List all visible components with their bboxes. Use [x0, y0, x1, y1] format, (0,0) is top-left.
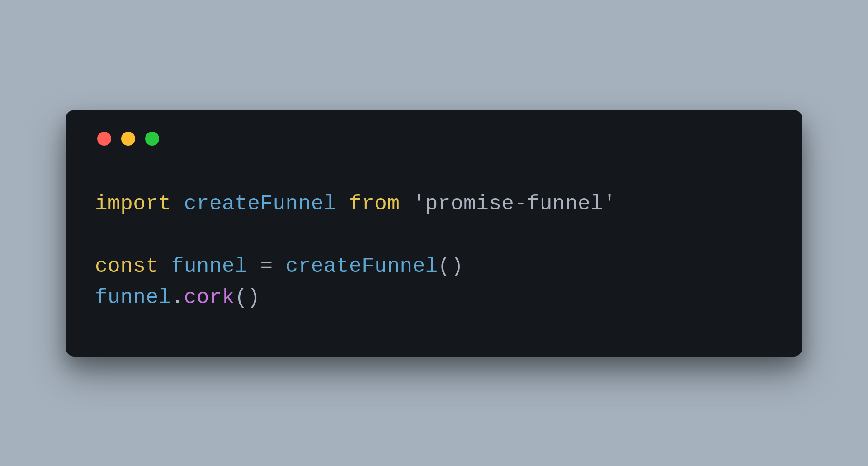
parens: (): [438, 255, 463, 278]
code-line-1: import createFunnel from 'promise-funnel…: [95, 192, 616, 216]
code-window: import createFunnel from 'promise-funnel…: [66, 110, 802, 357]
traffic-lights: [97, 132, 773, 146]
close-icon[interactable]: [97, 132, 111, 146]
parens: (): [235, 286, 260, 309]
maximize-icon[interactable]: [145, 132, 159, 146]
keyword-from: from: [349, 192, 400, 216]
string-module: 'promise-funnel': [400, 192, 616, 216]
identifier-createFunnel-call: createFunnel: [273, 255, 438, 278]
identifier-funnel: funnel: [159, 255, 260, 278]
identifier-funnel-ref: funnel: [95, 286, 171, 309]
identifier-createFunnel: createFunnel: [171, 192, 349, 216]
minimize-icon[interactable]: [121, 132, 135, 146]
operator-equals: =: [260, 255, 273, 278]
code-line-4: funnel.cork(): [95, 286, 260, 309]
dot-operator: .: [171, 286, 184, 309]
keyword-const: const: [95, 255, 159, 278]
method-cork: cork: [184, 286, 235, 309]
code-line-3: const funnel = createFunnel(): [95, 255, 463, 278]
code-content: import createFunnel from 'promise-funnel…: [95, 189, 773, 314]
keyword-import: import: [95, 192, 171, 216]
